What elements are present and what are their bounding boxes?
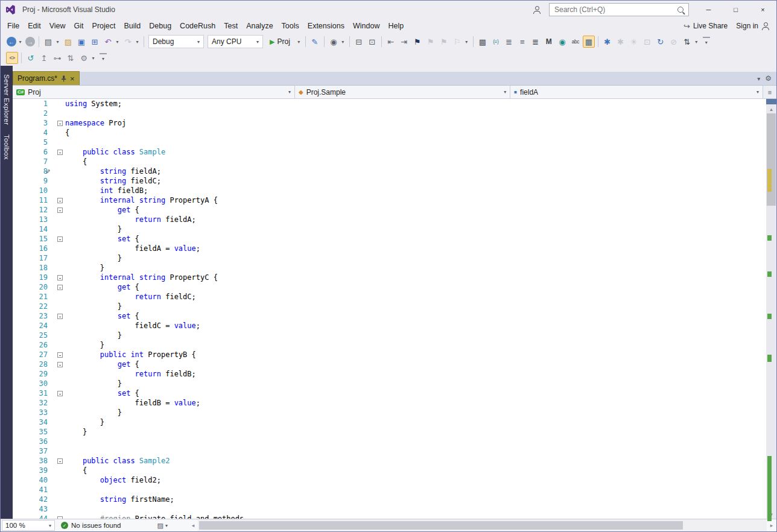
menu-item-debug[interactable]: Debug bbox=[145, 20, 176, 32]
line-number[interactable]: 19 bbox=[13, 273, 48, 282]
fold-margin[interactable] bbox=[55, 485, 65, 495]
code-text[interactable] bbox=[65, 504, 766, 514]
code-line[interactable]: 31- set { bbox=[13, 388, 766, 398]
code-text[interactable]: } bbox=[65, 253, 766, 263]
line-number[interactable]: 5 bbox=[13, 138, 48, 147]
collapse-region-icon[interactable]: - bbox=[57, 275, 63, 280]
line-number[interactable]: 6 bbox=[13, 147, 48, 157]
menu-item-file[interactable]: File bbox=[3, 20, 24, 32]
code-line[interactable]: 35 } bbox=[13, 427, 766, 437]
menu-item-edit[interactable]: Edit bbox=[24, 20, 45, 32]
code-text[interactable]: #region Private field and methods bbox=[65, 514, 766, 519]
menu-item-coderush[interactable]: CodeRush bbox=[176, 20, 220, 32]
code-line[interactable]: 3-namespace Proj bbox=[13, 118, 766, 128]
line-number[interactable]: 31 bbox=[13, 388, 48, 398]
dropdown-caret-icon[interactable]: ▾ bbox=[115, 39, 120, 45]
fold-margin[interactable]: - bbox=[55, 234, 65, 244]
code-line[interactable]: 36 bbox=[13, 437, 766, 446]
search-input[interactable] bbox=[553, 5, 677, 14]
clear-results-icon[interactable]: ⊘ bbox=[668, 36, 680, 48]
compare-files-icon[interactable]: ⊡ bbox=[366, 36, 378, 48]
code-line[interactable]: 24 fieldC = value; bbox=[13, 321, 766, 331]
collapse-region-icon[interactable]: - bbox=[57, 516, 63, 519]
code-text[interactable]: } bbox=[65, 379, 766, 388]
line-number[interactable]: 33 bbox=[13, 408, 48, 417]
fold-margin[interactable]: - bbox=[55, 273, 65, 282]
horizontal-scrollbar[interactable]: ◂ ▸ bbox=[188, 519, 776, 531]
zoom-control[interactable]: 100 % ▾ bbox=[2, 520, 55, 531]
minimize-button[interactable]: ─ bbox=[695, 1, 722, 19]
line-numbers-icon[interactable]: ≡ bbox=[516, 36, 528, 48]
line-number[interactable]: 11 bbox=[13, 195, 48, 205]
line-number[interactable]: 12 bbox=[13, 205, 48, 215]
undo-icon[interactable]: ↶ bbox=[102, 36, 114, 48]
project-dropdown[interactable]: C# Proj ▾ bbox=[13, 86, 295, 98]
fold-margin[interactable] bbox=[55, 166, 65, 176]
line-number[interactable]: 28 bbox=[13, 359, 48, 369]
code-text[interactable]: } bbox=[65, 417, 766, 427]
fold-margin[interactable] bbox=[55, 302, 65, 311]
solution-configurations-combo[interactable]: Debug▾ bbox=[148, 35, 204, 48]
quick-find-icon[interactable]: ✎ bbox=[309, 36, 321, 48]
line-number[interactable]: 17 bbox=[13, 253, 48, 263]
line-number[interactable]: 25 bbox=[13, 331, 48, 340]
fold-margin[interactable] bbox=[55, 475, 65, 485]
line-number[interactable]: 42 bbox=[13, 495, 48, 504]
code-line[interactable]: 26 } bbox=[13, 340, 766, 350]
code-line[interactable]: 29 return fieldB; bbox=[13, 369, 766, 379]
side-tab-toolbox[interactable]: Toolbox bbox=[3, 130, 10, 165]
maximize-button[interactable]: □ bbox=[722, 1, 749, 19]
line-number[interactable]: 20 bbox=[13, 282, 48, 292]
tab-options-gear-icon[interactable]: ⚙ bbox=[765, 74, 772, 83]
side-tab-server-explorer[interactable]: Server Explorer bbox=[3, 69, 10, 130]
feedback-icon[interactable] bbox=[528, 3, 544, 16]
reorder-members-icon[interactable]: ⇅ bbox=[65, 52, 77, 64]
code-text[interactable]: get { bbox=[65, 205, 766, 215]
decrease-indent-icon[interactable]: ⇤ bbox=[385, 36, 397, 48]
fold-margin[interactable] bbox=[55, 99, 65, 109]
navigate-to-icon[interactable]: ◉ bbox=[556, 36, 568, 48]
coderush-settings-gear-icon[interactable]: ⚙ bbox=[78, 52, 90, 64]
code-line[interactable]: 10 int fieldB; bbox=[13, 186, 766, 195]
dropdown-caret-icon[interactable]: ▾ bbox=[296, 39, 302, 45]
redo-icon[interactable]: ↷ bbox=[122, 36, 134, 48]
code-line[interactable]: 11- internal string PropertyA { bbox=[13, 195, 766, 205]
line-number[interactable]: 3 bbox=[13, 118, 48, 128]
dropdown-caret-icon[interactable]: ▾ bbox=[17, 39, 23, 45]
code-line[interactable]: 19- internal string PropertyC { bbox=[13, 273, 766, 282]
code-line[interactable]: 21 return fieldC; bbox=[13, 292, 766, 302]
collapse-region-icon[interactable]: - bbox=[57, 236, 63, 242]
code-text[interactable] bbox=[65, 109, 766, 118]
increase-indent-icon[interactable]: ⇥ bbox=[398, 36, 410, 48]
type-dropdown[interactable]: ◆ Proj.Sample ▾ bbox=[295, 86, 510, 98]
line-number[interactable]: 9 bbox=[13, 176, 48, 186]
code-text[interactable]: return fieldB; bbox=[65, 369, 766, 379]
fold-margin[interactable] bbox=[55, 340, 65, 350]
vertical-scrollbar[interactable]: ▴ ▾ bbox=[766, 99, 776, 519]
code-line[interactable]: 42 string firstName; bbox=[13, 495, 766, 504]
shortcut-key-icon[interactable]: ⊶ bbox=[51, 52, 63, 64]
issues-filter-button[interactable]: ▨ ▾ bbox=[157, 522, 167, 530]
code-text[interactable]: internal string PropertyA { bbox=[65, 195, 766, 205]
code-line[interactable]: 39 { bbox=[13, 466, 766, 475]
refresh-icon[interactable]: ↻ bbox=[655, 36, 667, 48]
code-line[interactable]: 34 } bbox=[13, 417, 766, 427]
code-line[interactable]: 15- set { bbox=[13, 234, 766, 244]
code-text[interactable]: } bbox=[65, 224, 766, 234]
dropdown-caret-icon[interactable]: ▾ bbox=[90, 55, 96, 61]
fold-margin[interactable] bbox=[55, 331, 65, 340]
h-scrollbar-track[interactable] bbox=[198, 519, 767, 531]
clear-bookmarks-icon[interactable]: ⚐ bbox=[451, 36, 463, 48]
toolbar-overflow-icon[interactable]: ▾ bbox=[703, 37, 710, 46]
splitter-grip[interactable] bbox=[766, 99, 776, 104]
code-line[interactable]: 13 return fieldA; bbox=[13, 215, 766, 224]
line-number[interactable]: 18 bbox=[13, 263, 48, 273]
code-line[interactable]: 27- public int PropertyB { bbox=[13, 350, 766, 359]
code-text[interactable]: get { bbox=[65, 359, 766, 369]
line-number[interactable]: 21 bbox=[13, 292, 48, 302]
menu-item-tools[interactable]: Tools bbox=[278, 20, 303, 32]
collapse-region-icon[interactable]: - bbox=[57, 207, 63, 213]
code-text[interactable]: fieldC = value; bbox=[65, 321, 766, 331]
fold-margin[interactable] bbox=[55, 109, 65, 118]
line-number[interactable]: 14 bbox=[13, 224, 48, 234]
